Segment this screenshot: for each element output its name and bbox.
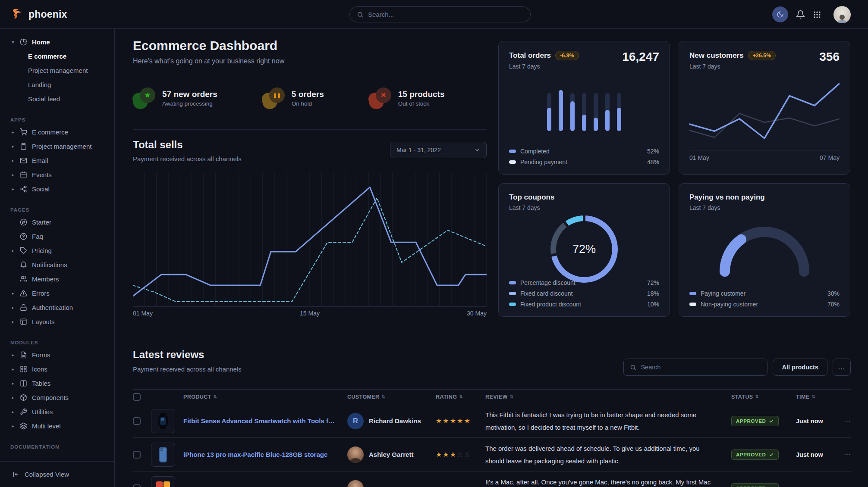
coupons-legend: Percentage discount72%Fixed card discoun…: [509, 277, 659, 309]
apps-grid-button[interactable]: [813, 10, 821, 19]
x-axis-label: 01 May: [133, 310, 153, 317]
sidebar-item-layouts[interactable]: ▸Layouts: [0, 315, 114, 329]
sidebar-item-pricing[interactable]: ▸Pricing: [0, 244, 114, 258]
sort-icon: ⇅: [755, 394, 759, 399]
column-header-review[interactable]: REVIEW⇅: [485, 394, 731, 400]
new-customers-chart: [689, 79, 840, 145]
package-icon: [20, 394, 28, 402]
order-bar: [559, 90, 563, 131]
product-link[interactable]: iPhone 13 pro max-Pacific Blue-128GB sto…: [183, 451, 347, 458]
row-actions-button[interactable]: ⋯: [837, 484, 851, 487]
sidebar-sections: APPS▸E commerce▸Project management▸Email…: [0, 117, 114, 452]
sidebar-subitem-e-commerce[interactable]: E commerce: [0, 49, 114, 63]
trend-badge: +26.5%: [748, 51, 776, 60]
sidebar-item-e-commerce[interactable]: ▸E commerce: [0, 125, 114, 139]
column-header-customer[interactable]: CUSTOMER⇅: [347, 394, 436, 400]
review-text: It's a Mac, after all. Once you've gone …: [485, 476, 731, 487]
sidebar-item-faq[interactable]: Faq: [0, 229, 114, 244]
sidebar-item-social[interactable]: ▸Social: [0, 182, 114, 196]
x-axis-label: 01 May: [689, 154, 709, 161]
sidebar-item-utilities[interactable]: ▸Utilities: [0, 405, 114, 419]
total-orders-value: 16,247: [622, 50, 659, 64]
collapse-view-label: Collapsed View: [25, 471, 69, 478]
rating-stars: ★★★★★: [436, 417, 485, 425]
caret-down-icon: ▾: [10, 40, 16, 44]
row-checkbox[interactable]: [133, 451, 141, 459]
x-axis-label: 15 May: [300, 310, 320, 317]
reviews-controls: All products ...: [623, 359, 851, 376]
sidebar-item-starter[interactable]: Starter: [0, 215, 114, 229]
legend-swatch: [689, 303, 696, 306]
column-header-time[interactable]: TIME⇅: [796, 394, 837, 400]
legend-value: 72%: [647, 279, 659, 286]
sidebar-item-multi-level[interactable]: ▸Multi level: [0, 419, 114, 433]
sidebar-item-members[interactable]: Members: [0, 272, 114, 286]
sidebar-item-notifications[interactable]: Notifications: [0, 258, 114, 272]
column-header-rating[interactable]: RATING⇅: [436, 394, 485, 400]
paying-vs-nonpaying-card: Paying vs non paying Last 7 days Paying …: [679, 183, 850, 317]
sidebar-subitem-project-management[interactable]: Project management: [0, 63, 114, 78]
global-search[interactable]: [349, 6, 531, 22]
sidebar-item-home[interactable]: ▾ Home: [0, 35, 114, 49]
sidebar-item-authentication[interactable]: ▸Authentication: [0, 300, 114, 315]
review-text: The order was delivered ahead of schedul…: [485, 442, 731, 467]
user-avatar[interactable]: [833, 6, 851, 23]
sidebar-item-components[interactable]: ▸Components: [0, 390, 114, 405]
row-actions-button[interactable]: ⋯: [837, 451, 851, 459]
select-all-checkbox[interactable]: [133, 393, 141, 401]
sidebar-item-errors[interactable]: ▸Errors: [0, 286, 114, 300]
paying-legend: Paying customer30%Non-paying customer70%: [689, 288, 840, 309]
legend-value: 48%: [647, 159, 659, 165]
caret-right-icon: ▸: [10, 172, 16, 177]
sidebar-section-label: PAGES: [10, 207, 114, 215]
dark-mode-toggle[interactable]: [772, 6, 788, 22]
column-header-status[interactable]: STATUS⇅: [731, 394, 796, 400]
order-bar: [617, 93, 621, 131]
customer-cell[interactable]: Ashley Garrett: [347, 446, 436, 463]
reviews-search[interactable]: [623, 359, 767, 376]
total-sells-subtitle: Payment received across all channels: [133, 155, 242, 162]
global-search-input[interactable]: [368, 11, 523, 18]
column-header-product[interactable]: PRODUCT⇅: [183, 394, 347, 400]
review-text: This Fitbit is fantastic! I was trying t…: [485, 409, 731, 434]
product-link[interactable]: Fitbit Sense Advanced Smartwatch with To…: [183, 417, 347, 425]
pause-status-icon: ❚❚: [262, 87, 285, 109]
product-thumbnail[interactable]: [151, 476, 175, 487]
caret-right-icon: ▸: [10, 130, 16, 134]
file-text-icon: [20, 351, 28, 359]
chart-baseline: [689, 150, 840, 150]
sidebar-item-project-management[interactable]: ▸Project management: [0, 139, 114, 153]
sidebar-item-icons[interactable]: ▸Icons: [0, 362, 114, 376]
sidebar-subitem-landing[interactable]: Landing: [0, 78, 114, 92]
notifications-bell-button[interactable]: [796, 10, 805, 19]
card-period: Last 7 days: [509, 204, 659, 211]
sidebar-item-events[interactable]: ▸Events: [0, 168, 114, 182]
bell-icon: [20, 261, 28, 269]
reviews-search-input[interactable]: [641, 364, 761, 371]
sidebar-subitem-social-feed[interactable]: Social feed: [0, 92, 114, 106]
all-products-filter-button[interactable]: All products: [773, 359, 827, 376]
collapse-view-toggle[interactable]: Collapsed View: [0, 461, 114, 487]
date-range-select[interactable]: Mar 1 - 31, 2022: [390, 142, 487, 158]
app-screen: phoenix ▾: [0, 0, 868, 487]
reviews-table-body: Fitbit Sense Advanced Smartwatch with To…: [133, 404, 851, 487]
kpi-cards: Total orders -6.8% 16,247 Last 7 days Co…: [498, 41, 850, 317]
legend-label: Non-paying customer: [701, 301, 758, 308]
stat-on-hold: ❚❚5 ordersOn hold: [262, 87, 324, 109]
product-thumbnail[interactable]: [151, 409, 175, 433]
customer-cell[interactable]: [347, 480, 436, 487]
compass-icon: [20, 219, 28, 226]
product-thumbnail[interactable]: [151, 443, 175, 467]
customer-cell[interactable]: RRichard Dawkins: [347, 413, 436, 429]
row-checkbox[interactable]: [133, 417, 141, 425]
sidebar-item-email[interactable]: ▸Email: [0, 153, 114, 168]
sidebar-item-label: Email: [32, 157, 48, 164]
brand-logo[interactable]: phoenix: [0, 8, 115, 20]
card-title: New customers: [689, 51, 744, 60]
legend-row: Fixed card discount18%: [509, 288, 659, 299]
reviews-more-button[interactable]: ...: [833, 359, 851, 376]
row-actions-button[interactable]: ⋯: [837, 417, 851, 425]
row-checkbox[interactable]: [133, 484, 141, 487]
sidebar-item-forms[interactable]: ▸Forms: [0, 348, 114, 362]
sidebar-item-tables[interactable]: ▸Tables: [0, 376, 114, 390]
